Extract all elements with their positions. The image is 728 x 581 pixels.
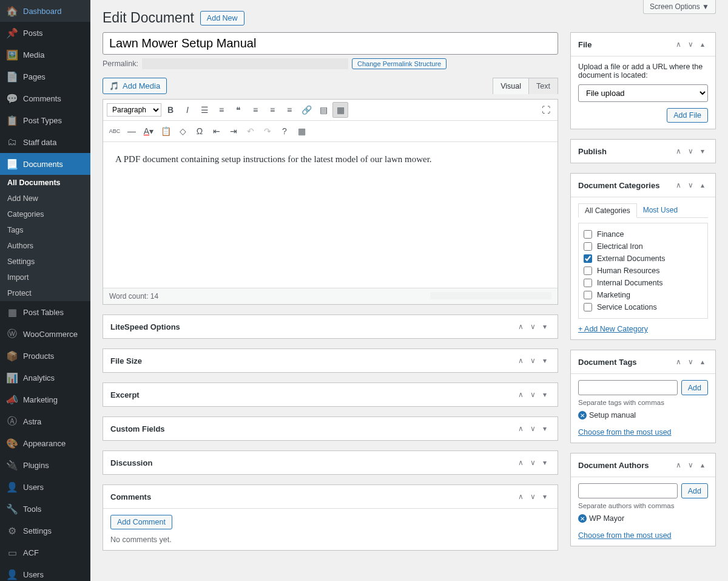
move-up-icon[interactable]: ∧ — [515, 491, 526, 502]
sidebar-item-staff-data[interactable]: 🗂Staff data — [0, 131, 90, 153]
move-down-icon[interactable]: ∨ — [527, 423, 538, 434]
metabox-header-tags[interactable]: Document Tags ∧∨▴ — [571, 350, 715, 374]
align-center-icon[interactable]: ≡ — [265, 102, 280, 118]
numbered-list-icon[interactable]: ≡ — [214, 102, 229, 118]
submenu-item-categories[interactable]: Categories — [0, 206, 90, 222]
toggle-icon[interactable]: ▴ — [697, 39, 708, 50]
category-checkbox[interactable] — [584, 230, 592, 239]
category-checkbox[interactable] — [584, 267, 592, 275]
metabox-header-file[interactable]: File ∧∨▴ — [571, 33, 715, 56]
move-down-icon[interactable]: ∨ — [685, 460, 696, 471]
sidebar-item-comments[interactable]: 💬Comments — [0, 87, 90, 109]
sidebar-item-settings[interactable]: ⚙Settings — [0, 520, 90, 542]
sidebar-item-appearance[interactable]: 🎨Appearance — [0, 432, 90, 454]
metabox-header[interactable]: Discussion∧∨▾ — [103, 451, 558, 474]
move-up-icon[interactable]: ∧ — [673, 460, 684, 471]
clear-format-icon[interactable]: ◇ — [175, 123, 190, 139]
author-input[interactable] — [578, 483, 678, 498]
sidebar-item-products[interactable]: 📦Products — [0, 345, 90, 367]
move-down-icon[interactable]: ∨ — [527, 355, 538, 366]
toggle-icon[interactable]: ▴ — [697, 356, 708, 367]
metabox-header-comments[interactable]: Comments ∧ ∨ ▾ — [103, 485, 558, 509]
category-item-service-locations[interactable]: Service Locations — [584, 301, 703, 313]
metabox-header[interactable]: Custom Fields∧∨▾ — [103, 417, 558, 440]
category-checkbox[interactable] — [584, 303, 592, 311]
move-up-icon[interactable]: ∧ — [515, 355, 526, 366]
sidebar-item-astra[interactable]: ⒶAstra — [0, 410, 90, 432]
category-checkbox[interactable] — [584, 242, 592, 251]
choose-most-used-authors-link[interactable]: Choose from the most used — [578, 531, 672, 540]
submenu-item-tags[interactable]: Tags — [0, 222, 90, 238]
outdent-icon[interactable]: ⇤ — [209, 123, 224, 139]
choose-most-used-tags-link[interactable]: Choose from the most used — [578, 428, 672, 437]
tab-visual[interactable]: Visual — [493, 78, 529, 94]
toggle-icon[interactable]: ▴ — [697, 460, 708, 471]
sidebar-item-analytics[interactable]: 📊Analytics — [0, 367, 90, 389]
add-new-category-link[interactable]: + Add New Category — [578, 325, 648, 333]
strikethrough-icon[interactable]: ABC — [107, 123, 123, 139]
file-source-select[interactable]: File upload — [578, 84, 708, 102]
move-up-icon[interactable]: ∧ — [515, 423, 526, 434]
add-comment-button[interactable]: Add Comment — [110, 515, 172, 529]
metabox-header-authors[interactable]: Document Authors ∧∨▴ — [571, 454, 715, 477]
category-item-internal-documents[interactable]: Internal Documents — [584, 277, 703, 289]
sidebar-item-users[interactable]: 👤Users — [0, 476, 90, 498]
metabox-header[interactable]: Excerpt∧∨▾ — [103, 383, 558, 406]
move-up-icon[interactable]: ∧ — [673, 356, 684, 367]
move-down-icon[interactable]: ∨ — [685, 356, 696, 367]
document-title-input[interactable] — [103, 32, 558, 55]
toggle-icon[interactable]: ▾ — [697, 146, 708, 157]
tab-most-used[interactable]: Most Used — [637, 203, 684, 217]
sidebar-item-documents[interactable]: 📃Documents — [0, 153, 90, 175]
blockquote-icon[interactable]: ❝ — [231, 102, 246, 118]
metabox-header[interactable]: File Size∧∨▾ — [103, 349, 558, 372]
italic-icon[interactable]: I — [180, 102, 195, 118]
metabox-header-publish[interactable]: Publish ∧∨▾ — [571, 140, 715, 163]
move-up-icon[interactable]: ∧ — [673, 146, 684, 157]
toggle-icon[interactable]: ▾ — [539, 457, 550, 468]
category-checkbox[interactable] — [584, 279, 592, 287]
metabox-header-categories[interactable]: Document Categories ∧∨▴ — [571, 174, 715, 197]
sidebar-item-marketing[interactable]: 📣Marketing — [0, 389, 90, 410]
sidebar-item-pages[interactable]: 📄Pages — [0, 66, 90, 87]
paste-text-icon[interactable]: 📋 — [158, 123, 174, 139]
move-up-icon[interactable]: ∧ — [673, 39, 684, 50]
move-down-icon[interactable]: ∨ — [527, 389, 538, 400]
add-new-button[interactable]: Add New — [200, 11, 244, 25]
move-down-icon[interactable]: ∨ — [685, 180, 696, 191]
sidebar-item-media[interactable]: 🖼️Media — [0, 44, 90, 66]
special-char-icon[interactable]: Ω — [192, 123, 207, 139]
tag-input[interactable] — [578, 380, 678, 395]
add-author-button[interactable]: Add — [681, 483, 708, 498]
category-item-marketing[interactable]: Marketing — [584, 289, 703, 301]
align-right-icon[interactable]: ≡ — [281, 102, 297, 118]
category-item-external-documents[interactable]: External Documents — [584, 253, 703, 265]
toolbar-toggle-icon[interactable]: ▦ — [332, 102, 348, 118]
add-tag-button[interactable]: Add — [681, 380, 708, 395]
sidebar-item-posts[interactable]: 📌Posts — [0, 22, 90, 44]
toggle-icon[interactable]: ▾ — [539, 355, 550, 366]
move-up-icon[interactable]: ∧ — [673, 180, 684, 191]
bold-icon[interactable]: B — [163, 102, 178, 118]
remove-author-icon[interactable]: ✕ — [578, 514, 587, 523]
category-item-electrical-iron[interactable]: Electrical Iron — [584, 240, 703, 253]
redo-icon[interactable]: ↷ — [260, 123, 275, 139]
read-more-icon[interactable]: ▤ — [315, 102, 331, 118]
move-up-icon[interactable]: ∧ — [515, 321, 526, 332]
text-color-icon[interactable]: A▾ — [141, 123, 157, 139]
category-item-human-resources[interactable]: Human Resources — [584, 265, 703, 277]
category-checkbox[interactable] — [584, 291, 592, 299]
submenu-item-all-documents[interactable]: All Documents — [0, 175, 90, 191]
hr-icon[interactable]: — — [124, 123, 140, 139]
sidebar-item-post-tables[interactable]: ▦Post Tables — [0, 301, 90, 323]
sidebar-item-tools[interactable]: 🔧Tools — [0, 498, 90, 520]
toggle-icon[interactable]: ▾ — [539, 491, 550, 502]
category-checkbox[interactable] — [584, 254, 592, 263]
bullet-list-icon[interactable]: ☰ — [197, 102, 212, 118]
move-up-icon[interactable]: ∧ — [515, 457, 526, 468]
move-up-icon[interactable]: ∧ — [515, 389, 526, 400]
table-icon[interactable]: ▦ — [294, 123, 309, 139]
move-down-icon[interactable]: ∨ — [527, 457, 538, 468]
remove-tag-icon[interactable]: ✕ — [578, 411, 587, 420]
submenu-item-add-new[interactable]: Add New — [0, 191, 90, 206]
